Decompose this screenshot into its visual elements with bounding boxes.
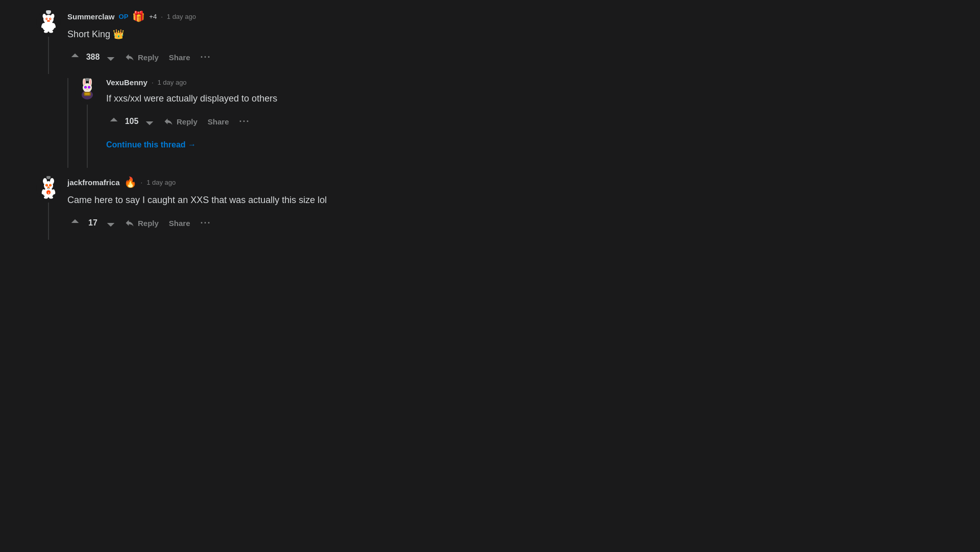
avatar-col-jackfromafrica: ★ bbox=[36, 176, 61, 240]
karma-summerclaw: +4 bbox=[149, 13, 157, 20]
continue-thread-container: Continue this thread → bbox=[106, 136, 424, 160]
flair-summerclaw: 🎁 bbox=[132, 10, 145, 22]
dot-sep-3: · bbox=[141, 179, 143, 186]
thread-line-summerclaw bbox=[48, 37, 49, 74]
share-button-summerclaw[interactable]: Share bbox=[165, 50, 194, 65]
action-bar-vexubenny: 105 Reply Share ··· bbox=[106, 113, 424, 130]
action-bar-jackfromafrica: 17 Reply Share ··· bbox=[67, 214, 424, 232]
svg-point-23 bbox=[85, 87, 86, 88]
reply-button-jackfromafrica[interactable]: Reply bbox=[120, 215, 163, 231]
continue-thread-link[interactable]: Continue this thread → bbox=[106, 140, 196, 149]
comment-body-jackfromafrica: Came here to say I caught an XXS that wa… bbox=[67, 193, 424, 207]
svg-point-8 bbox=[50, 18, 51, 19]
comment-content-summerclaw: Summerclaw OP 🎁 +4 · 1 day ago Short Kin… bbox=[67, 10, 424, 74]
downvote-button-vexubenny[interactable] bbox=[142, 113, 157, 130]
downvote-button-jackfromafrica[interactable] bbox=[103, 214, 118, 232]
upvote-button-summerclaw[interactable] bbox=[67, 48, 83, 66]
comments-container: Summerclaw OP 🎁 +4 · 1 day ago Short Kin… bbox=[0, 0, 459, 254]
svg-point-19 bbox=[84, 79, 85, 85]
reply-button-summerclaw[interactable]: Reply bbox=[120, 49, 163, 65]
thread-line-vexubenny bbox=[87, 105, 88, 168]
svg-point-36 bbox=[50, 184, 51, 185]
comment-body-summerclaw: Short King 👑 bbox=[67, 28, 424, 41]
comment-content-jackfromafrica: jackfromafrica 🔥 · 1 day ago Came here t… bbox=[67, 176, 424, 240]
comment-body-vexubenny: If xxs/xxl were actually displayed to ot… bbox=[106, 92, 424, 106]
comment-vexubenny: VexuBenny · 1 day ago If xxs/xxl were ac… bbox=[75, 78, 424, 168]
upvote-button-jackfromafrica[interactable] bbox=[67, 214, 83, 232]
svg-point-37 bbox=[47, 187, 50, 188]
avatar-image-jackfromafrica: ★ bbox=[36, 176, 61, 200]
svg-point-32 bbox=[50, 178, 54, 184]
svg-rect-27 bbox=[85, 93, 90, 95]
svg-point-24 bbox=[88, 87, 89, 88]
timestamp-vexubenny: 1 day ago bbox=[158, 79, 187, 86]
downvote-button-summerclaw[interactable] bbox=[103, 48, 118, 66]
avatar-col-vexubenny bbox=[75, 78, 100, 168]
avatar-summerclaw bbox=[36, 10, 61, 35]
upvote-button-vexubenny[interactable] bbox=[106, 113, 121, 130]
dot-sep-1: · bbox=[161, 13, 163, 20]
comment-summerclaw: Summerclaw OP 🎁 +4 · 1 day ago Short Kin… bbox=[36, 10, 424, 74]
svg-point-35 bbox=[46, 184, 47, 185]
svg-point-9 bbox=[47, 20, 50, 22]
comment-header-vexubenny: VexuBenny · 1 day ago bbox=[106, 78, 424, 87]
svg-point-41 bbox=[49, 196, 53, 199]
action-bar-summerclaw: 388 Reply Share ··· bbox=[67, 48, 424, 66]
vote-count-summerclaw: 388 bbox=[85, 53, 101, 62]
share-button-jackfromafrica[interactable]: Share bbox=[165, 216, 194, 231]
vote-count-vexubenny: 105 bbox=[124, 117, 140, 126]
svg-point-12 bbox=[44, 31, 48, 33]
username-vexubenny[interactable]: VexuBenny bbox=[106, 78, 148, 87]
vote-count-jackfromafrica: 17 bbox=[85, 218, 101, 228]
timestamp-jackfromafrica: 1 day ago bbox=[146, 179, 176, 186]
more-button-jackfromafrica[interactable]: ··· bbox=[197, 215, 215, 232]
svg-point-7 bbox=[46, 18, 47, 19]
svg-point-40 bbox=[44, 196, 48, 199]
svg-point-20 bbox=[90, 79, 91, 85]
username-jackfromafrica[interactable]: jackfromafrica bbox=[67, 178, 120, 187]
more-button-summerclaw[interactable]: ··· bbox=[197, 49, 215, 66]
thread-line-jackfromafrica bbox=[48, 203, 49, 240]
avatar-vexubenny bbox=[75, 78, 100, 103]
svg-point-13 bbox=[49, 31, 53, 33]
comment-header-summerclaw: Summerclaw OP 🎁 +4 · 1 day ago bbox=[67, 10, 424, 22]
more-button-vexubenny[interactable]: ··· bbox=[235, 113, 254, 130]
flair-jackfromafrica: 🔥 bbox=[124, 176, 137, 188]
avatar-jackfromafrica: ★ bbox=[36, 176, 61, 200]
share-button-vexubenny[interactable]: Share bbox=[204, 114, 233, 129]
dot-sep-2: · bbox=[152, 79, 154, 86]
avatar-col-summerclaw bbox=[36, 10, 61, 74]
comment-jackfromafrica: ★ jackfromafrica 🔥 · 1 day ago Came here… bbox=[36, 176, 424, 240]
svg-point-31 bbox=[43, 178, 47, 184]
avatar-image-vexubenny bbox=[75, 78, 100, 103]
comment-content-vexubenny: VexuBenny · 1 day ago If xxs/xxl were ac… bbox=[106, 78, 424, 168]
username-summerclaw[interactable]: Summerclaw bbox=[67, 12, 115, 21]
timestamp-summerclaw: 1 day ago bbox=[167, 13, 196, 20]
nested-vexubenny: VexuBenny · 1 day ago If xxs/xxl were ac… bbox=[67, 78, 424, 168]
comment-header-jackfromafrica: jackfromafrica 🔥 · 1 day ago bbox=[67, 176, 424, 188]
op-badge-summerclaw: OP bbox=[119, 13, 129, 20]
reply-button-vexubenny[interactable]: Reply bbox=[159, 113, 202, 130]
svg-point-25 bbox=[86, 89, 88, 90]
